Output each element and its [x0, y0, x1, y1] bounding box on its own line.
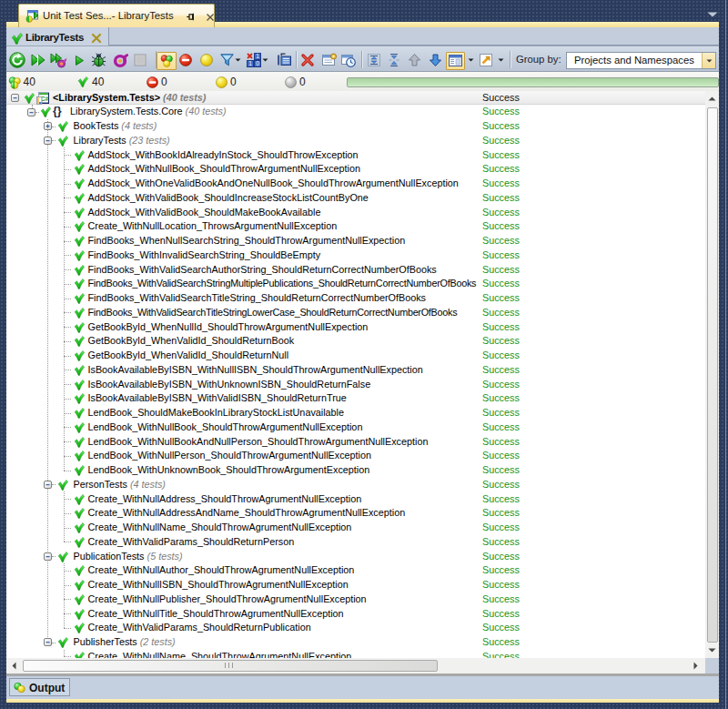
svg-text:0: 0: [256, 60, 259, 66]
svg-text:1: 1: [256, 53, 259, 59]
svg-text:1: 1: [248, 60, 252, 66]
